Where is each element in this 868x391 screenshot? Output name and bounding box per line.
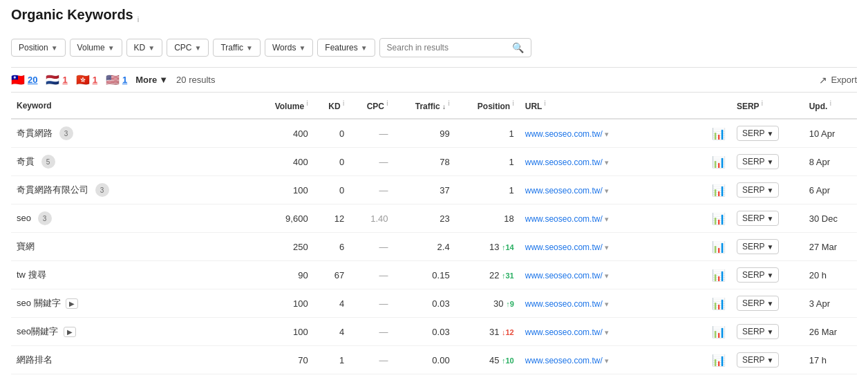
traffic-cell: 0.03 xyxy=(394,318,455,346)
badge-icon[interactable]: 3 xyxy=(59,126,73,140)
url-cell: www.seoseo.com.tw/ ▾ xyxy=(520,176,706,204)
chart-bar-icon[interactable]: 📊 xyxy=(712,128,726,140)
keyword-text: 奇貫 xyxy=(17,156,35,166)
traffic-info-icon[interactable]: i xyxy=(448,99,449,107)
url-link[interactable]: www.seoseo.com.tw/ xyxy=(525,158,603,167)
serp-button[interactable]: SERP ▼ xyxy=(737,324,780,339)
serp-button[interactable]: SERP ▼ xyxy=(737,296,780,311)
serp-button[interactable]: SERP ▼ xyxy=(737,352,780,368)
upd-cell: 17 h xyxy=(804,346,857,374)
url-info-icon[interactable]: i xyxy=(545,99,546,107)
keyword-text: 網路排名 xyxy=(17,354,53,365)
title-info-icon[interactable]: i xyxy=(138,15,139,23)
chart-bar-icon[interactable]: 📊 xyxy=(712,184,726,196)
url-cell: www.seoseo.com.tw/ ▾ xyxy=(520,204,706,233)
keyword-cell: seo 關鍵字 ▶ xyxy=(11,289,254,318)
position-change-up: ↑31 xyxy=(502,271,514,280)
badge-icon[interactable]: 3 xyxy=(38,211,52,225)
url-dropdown-icon[interactable]: ▾ xyxy=(605,187,609,195)
flag-item-tw[interactable]: 🇹🇼 20 xyxy=(11,73,37,86)
url-dropdown-icon[interactable]: ▾ xyxy=(605,243,609,251)
serp-button[interactable]: SERP ▼ xyxy=(737,182,780,198)
chevron-down-icon: ▼ xyxy=(767,215,774,222)
url-dropdown-icon[interactable]: ▾ xyxy=(605,215,609,223)
search-input[interactable] xyxy=(387,43,508,53)
url-dropdown-icon[interactable]: ▾ xyxy=(605,271,609,280)
url-link[interactable]: www.seoseo.com.tw/ xyxy=(525,129,603,139)
chart-bar-icon[interactable]: 📊 xyxy=(712,213,726,225)
url-dropdown-icon[interactable]: ▾ xyxy=(605,158,609,166)
filter-cpc[interactable]: CPC ▼ xyxy=(167,39,209,57)
chart-bar-icon[interactable]: 📊 xyxy=(712,326,726,338)
volume-cell: 90 xyxy=(254,261,313,289)
chart-bar-icon[interactable]: 📊 xyxy=(712,241,726,253)
url-link[interactable]: www.seoseo.com.tw/ xyxy=(525,327,603,337)
flag-item-hk[interactable]: 🇭🇰 1 xyxy=(76,73,97,86)
chart-bar-icon[interactable]: 📊 xyxy=(712,298,726,309)
url-link[interactable]: www.seoseo.com.tw/ xyxy=(525,186,603,196)
kd-cell: 0 xyxy=(314,176,350,204)
url-dropdown-icon[interactable]: ▾ xyxy=(605,328,609,336)
flag-count-tw[interactable]: 20 xyxy=(28,75,37,85)
serp-cell: SERP ▼ xyxy=(731,204,804,233)
flag-count-hk[interactable]: 1 xyxy=(93,75,97,85)
flag-item-nl[interactable]: 🇳🇱 1 xyxy=(46,73,67,86)
chart-bar-icon[interactable]: 📊 xyxy=(712,269,726,281)
filter-kd[interactable]: KD ▼ xyxy=(126,39,163,57)
url-link[interactable]: www.seoseo.com.tw/ xyxy=(525,299,603,309)
keyword-cell: 奇貫網路 3 xyxy=(11,119,254,148)
url-link[interactable]: www.seoseo.com.tw/ xyxy=(525,242,603,252)
chevron-down-icon: ▼ xyxy=(767,300,774,307)
volume-cell: 100 xyxy=(254,176,313,204)
url-dropdown-icon[interactable]: ▾ xyxy=(605,300,609,308)
serp-button[interactable]: SERP ▼ xyxy=(737,154,780,169)
filter-traffic[interactable]: Traffic ▼ xyxy=(213,39,261,57)
cpc-cell: — xyxy=(350,176,393,204)
filter-words[interactable]: Words ▼ xyxy=(265,39,313,57)
flag-count-nl[interactable]: 1 xyxy=(62,75,67,85)
chart-bar-icon[interactable]: 📊 xyxy=(712,354,726,366)
position-change-down: ↓12 xyxy=(502,328,514,336)
badge-icon[interactable]: 3 xyxy=(95,183,109,197)
more-button[interactable]: More ▼ xyxy=(135,75,168,85)
traffic-cell: 23 xyxy=(394,204,455,233)
url-dropdown-icon[interactable]: ▾ xyxy=(605,130,609,138)
url-cell: www.seoseo.com.tw/ ▾ xyxy=(520,318,706,346)
traffic-cell: 99 xyxy=(394,119,455,148)
url-link[interactable]: www.seoseo.com.tw/ xyxy=(525,214,603,224)
serp-button[interactable]: SERP ▼ xyxy=(737,239,780,254)
serp-button[interactable]: SERP ▼ xyxy=(737,126,780,141)
serp-button[interactable]: SERP ▼ xyxy=(737,211,780,226)
chart-bar-icon[interactable]: 📊 xyxy=(712,156,726,168)
badge-icon[interactable]: 5 xyxy=(41,155,55,169)
volume-info-icon[interactable]: i xyxy=(306,99,308,107)
kd-info-icon[interactable]: i xyxy=(343,99,344,107)
table-row: 奇貫網路有限公司 3 100 0 — 37 1 www.seoseo.com.t… xyxy=(11,176,857,204)
url-link[interactable]: www.seoseo.com.tw/ xyxy=(525,356,603,365)
th-keyword: Keyword xyxy=(11,93,254,119)
filter-position[interactable]: Position ▼ xyxy=(11,39,66,57)
position-info-icon[interactable]: i xyxy=(513,99,514,107)
flag-count-us[interactable]: 1 xyxy=(122,75,127,85)
url-link[interactable]: www.seoseo.com.tw/ xyxy=(525,271,603,280)
chevron-down-icon: ▼ xyxy=(194,44,201,52)
keyword-tag[interactable]: ▶ xyxy=(64,327,76,337)
table-row: 奇貫 5 400 0 — 78 1 www.seoseo.com.tw/ ▾ 📊… xyxy=(11,148,857,176)
filter-features[interactable]: Features ▼ xyxy=(317,39,375,57)
kd-cell: 4 xyxy=(314,289,350,318)
export-button[interactable]: ↗ Export xyxy=(819,75,857,86)
upd-info-icon[interactable]: i xyxy=(830,99,831,107)
keyword-tag[interactable]: ▶ xyxy=(66,298,78,309)
serp-button[interactable]: SERP ▼ xyxy=(737,267,780,283)
cpc-cell: — xyxy=(350,289,393,318)
position-change-up: ↑10 xyxy=(502,356,514,365)
url-dropdown-icon[interactable]: ▾ xyxy=(605,356,609,365)
th-position: Position i xyxy=(455,93,520,119)
chevron-down-icon: ▼ xyxy=(299,44,305,52)
serp-cell: SERP ▼ xyxy=(731,233,804,261)
serp-info-icon[interactable]: i xyxy=(762,99,763,107)
table-row: seo 3 9,600 12 1.40 23 18 www.seoseo.com… xyxy=(11,204,857,233)
flag-item-us[interactable]: 🇺🇸 1 xyxy=(106,73,127,86)
filter-volume[interactable]: Volume ▼ xyxy=(70,39,122,57)
cpc-info-icon[interactable]: i xyxy=(386,99,388,107)
